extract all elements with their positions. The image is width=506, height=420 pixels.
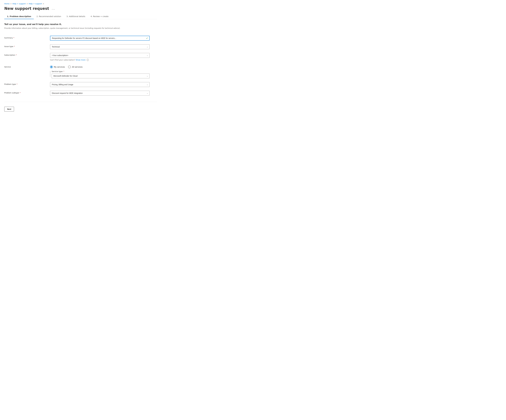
subscription-field-wrapper: <Your subscription> ⌄ Can't find your su… — [50, 53, 150, 61]
service-type-label: Service type * — [52, 71, 68, 72]
problem-subtype-field-wrapper: Discount request for MDE integration Gen… — [50, 91, 150, 96]
problem-subtype-label: Problem subtype * — [4, 91, 50, 94]
my-services-radio[interactable] — [50, 65, 53, 68]
all-services-label: All services — [72, 66, 82, 68]
service-label: Service — [4, 65, 50, 68]
page-menu-button[interactable]: ... — [51, 6, 56, 11]
my-services-option[interactable]: My services — [50, 65, 65, 68]
problem-type-select[interactable]: Pricing, Billing and Usage Availability … — [50, 82, 150, 87]
summary-required: * — [13, 37, 14, 39]
problem-subtype-select[interactable]: Discount request for MDE integration Gen… — [50, 91, 150, 96]
all-services-option[interactable]: All services — [68, 65, 82, 68]
page-title: New support request — [4, 6, 49, 11]
service-row: Service My services All services — [4, 63, 157, 80]
service-field-wrapper: My services All services Service type — [50, 65, 150, 78]
service-type-select[interactable]: Microsoft Defender for Cloud Azure Virtu… — [52, 73, 150, 78]
breadcrumb-home[interactable]: Home — [4, 3, 9, 5]
problem-subtype-row: Problem subtype * Discount request for M… — [4, 89, 157, 97]
form-fields: Summary * ✓ Issue type * Technical — [4, 34, 157, 97]
next-button[interactable]: Next — [4, 107, 14, 111]
summary-label: Summary * — [4, 36, 50, 39]
subscription-required: * — [16, 54, 17, 56]
show-more-link[interactable]: Show more — [76, 59, 86, 61]
problem-type-row: Problem type * Pricing, Billing and Usag… — [4, 80, 157, 89]
problem-type-label: Problem type * — [4, 82, 50, 85]
subscription-select[interactable]: <Your subscription> — [50, 53, 150, 58]
summary-input[interactable] — [50, 36, 150, 41]
breadcrumb-help-support-2[interactable]: Help + support — [29, 3, 42, 5]
problem-type-field-wrapper: Pricing, Billing and Usage Availability … — [50, 82, 150, 87]
service-radio-group: My services All services — [50, 65, 150, 68]
issue-type-label: Issue type * — [4, 44, 50, 47]
breadcrumb-sep-2: > — [27, 3, 28, 5]
my-services-label: My services — [54, 66, 65, 68]
tab-problem-description[interactable]: 1. Problem description — [4, 14, 34, 19]
info-icon[interactable]: i — [87, 59, 89, 61]
issue-type-required: * — [14, 45, 15, 47]
breadcrumb-sep-1: > — [10, 3, 12, 5]
form-description: Provide information about your billing, … — [4, 27, 125, 30]
summary-row: Summary * ✓ — [4, 34, 157, 42]
issue-type-row: Issue type * Technical Billing Subscript… — [4, 42, 157, 51]
form-heading: Tell us your issue, and we'll help you r… — [4, 23, 157, 26]
subscription-label: Subscription * — [4, 53, 50, 56]
breadcrumb: Home > Help + support > Help + support > — [4, 3, 157, 5]
breadcrumb-sep-3: > — [43, 3, 44, 5]
cant-find-subscription: Can't find your subscription? Show more … — [50, 59, 150, 61]
footer-actions: Next — [4, 104, 157, 116]
tab-recommended-solution[interactable]: 2. Recommended solution — [34, 14, 64, 19]
all-services-radio[interactable] — [68, 65, 71, 68]
problem-subtype-required: * — [20, 92, 21, 94]
issue-type-field-wrapper: Technical Billing Subscription managemen… — [50, 44, 150, 49]
problem-type-required: * — [17, 83, 18, 85]
summary-field-wrapper: ✓ — [50, 36, 150, 41]
tab-review-create[interactable]: 4. Review + create — [88, 14, 111, 19]
issue-type-select[interactable]: Technical Billing Subscription managemen… — [50, 44, 150, 49]
summary-valid-icon: ✓ — [146, 37, 148, 39]
subscription-row: Subscription * <Your subscription> ⌄ Can… — [4, 51, 157, 63]
wizard-tabs: 1. Problem description 2. Recommended so… — [4, 14, 157, 19]
tab-additional-details[interactable]: 3. Additional details — [64, 14, 88, 19]
breadcrumb-help-support-1[interactable]: Help + support — [12, 3, 26, 5]
